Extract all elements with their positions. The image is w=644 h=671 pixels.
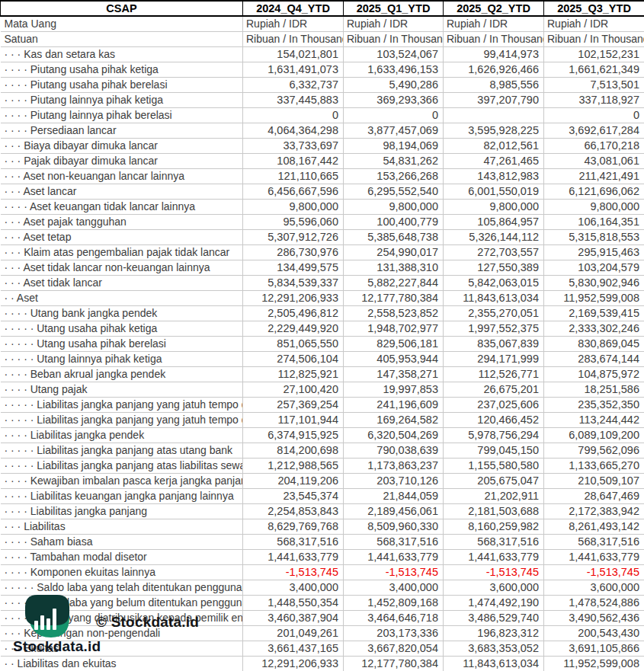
value-cell[interactable]: 1,997,552,375: [444, 321, 544, 337]
row-label[interactable]: Mata Uang: [1, 16, 243, 32]
value-cell[interactable]: 143,812,983: [444, 169, 544, 184]
value-cell[interactable]: -1,513,745: [344, 565, 444, 580]
value-cell[interactable]: 11,843,613,034: [444, 657, 544, 671]
row-label[interactable]: · · · Aset pajak tangguhan: [1, 215, 243, 230]
value-cell[interactable]: Ribuan / In Thousand: [544, 32, 644, 47]
value-cell[interactable]: 201,049,261: [243, 626, 344, 641]
value-cell[interactable]: 254,990,017: [344, 245, 444, 260]
row-label[interactable]: · · · · · Utang usaha pihak berelasi: [1, 337, 243, 352]
value-cell[interactable]: [444, 108, 544, 123]
value-cell[interactable]: 147,358,271: [344, 367, 444, 382]
column-header-2025-q3[interactable]: 2025_Q3_YTD: [544, 1, 644, 16]
row-label[interactable]: · · · · · Liabilitas jangka panjang atas…: [1, 459, 243, 474]
row-label[interactable]: · · · Aset non-keuangan lancar lainnya: [1, 169, 243, 184]
value-cell[interactable]: 3,486,529,740: [444, 611, 544, 626]
row-label[interactable]: · · · · Piutang lainnya pihak berelasi: [1, 108, 243, 123]
row-label[interactable]: · · Liabilitas dan ekuitas: [1, 657, 243, 671]
value-cell[interactable]: 1,661,621,349: [544, 62, 644, 78]
value-cell[interactable]: 835,067,839: [444, 337, 544, 352]
value-cell[interactable]: 8,985,556: [444, 78, 544, 93]
value-cell[interactable]: 8,261,493,142: [544, 519, 644, 535]
value-cell[interactable]: 2,333,302,246: [544, 321, 644, 337]
value-cell[interactable]: 5,978,756,294: [444, 428, 544, 443]
value-cell[interactable]: 11,843,613,034: [444, 291, 544, 306]
value-cell[interactable]: 3,600,000: [544, 580, 644, 596]
value-cell[interactable]: 6,089,109,200: [544, 428, 644, 443]
row-label[interactable]: · · · · · Liabilitas jangka panjang yang…: [1, 413, 243, 428]
value-cell[interactable]: 2,254,853,843: [243, 504, 344, 519]
column-header-2025-q2[interactable]: 2025_Q2_YTD: [444, 1, 544, 16]
value-cell[interactable]: 12,291,206,933: [243, 291, 344, 306]
value-cell[interactable]: 1,626,926,466: [444, 62, 544, 78]
value-cell[interactable]: 2,229,449,920: [243, 321, 344, 337]
value-cell[interactable]: 1,452,809,168: [344, 596, 444, 611]
value-cell[interactable]: 28,647,469: [544, 489, 644, 504]
row-label[interactable]: · · · Aset tidak lancar: [1, 276, 243, 291]
value-cell[interactable]: 814,200,698: [243, 443, 344, 459]
value-cell[interactable]: 6,121,696,062: [544, 184, 644, 200]
value-cell[interactable]: 112,825,921: [243, 367, 344, 382]
row-label[interactable]: · · · · · Utang lainnya pihak ketiga: [1, 352, 243, 367]
value-cell[interactable]: 1,173,863,237: [344, 459, 444, 474]
value-cell[interactable]: Rupiah / IDR: [544, 16, 644, 32]
row-label[interactable]: · · · · Utang pajak: [1, 382, 243, 398]
value-cell[interactable]: Ribuan / In Thousand: [344, 32, 444, 47]
value-cell[interactable]: 54,831,262: [344, 154, 444, 169]
ticker-header-cell[interactable]: CSAP: [1, 1, 243, 16]
value-cell[interactable]: 283,674,144: [544, 352, 644, 367]
value-cell[interactable]: 12,291,206,933: [243, 657, 344, 671]
value-cell[interactable]: 99,414,973: [444, 47, 544, 62]
value-cell[interactable]: 153,266,268: [344, 169, 444, 184]
value-cell[interactable]: 337,445,883: [243, 93, 344, 108]
value-cell[interactable]: 12,177,780,384: [344, 291, 444, 306]
row-label[interactable]: · · · Klaim atas pengembalian pajak tida…: [1, 245, 243, 260]
value-cell[interactable]: 4,064,364,298: [243, 123, 344, 139]
value-cell[interactable]: 205,675,047: [444, 474, 544, 489]
value-cell[interactable]: 799,045,150: [444, 443, 544, 459]
value-cell[interactable]: 112,526,771: [444, 367, 544, 382]
value-cell[interactable]: 3,595,928,225: [444, 123, 544, 139]
value-cell[interactable]: 0: [243, 108, 344, 123]
value-cell[interactable]: 5,834,539,337: [243, 276, 344, 291]
value-cell[interactable]: 95,596,060: [243, 215, 344, 230]
row-label[interactable]: · · · Biaya dibayar dimuka lancar: [1, 139, 243, 154]
value-cell[interactable]: 1,633,496,153: [344, 62, 444, 78]
value-cell[interactable]: 790,038,639: [344, 443, 444, 459]
value-cell[interactable]: 196,823,312: [444, 626, 544, 641]
value-cell[interactable]: 102,152,231: [544, 47, 644, 62]
value-cell[interactable]: 6,456,667,596: [243, 184, 344, 200]
value-cell[interactable]: 405,953,944: [344, 352, 444, 367]
row-label[interactable]: · · · · Liabilitas jangka pendek: [1, 428, 243, 443]
value-cell[interactable]: 2,169,539,415: [544, 306, 644, 321]
value-cell[interactable]: 2,189,456,061: [344, 504, 444, 519]
value-cell[interactable]: 2,172,383,942: [544, 504, 644, 519]
value-cell[interactable]: 5,385,648,738: [344, 230, 444, 245]
row-label[interactable]: · · · Aset tetap: [1, 230, 243, 245]
value-cell[interactable]: 1,474,492,190: [444, 596, 544, 611]
value-cell[interactable]: 286,730,976: [243, 245, 344, 260]
value-cell[interactable]: 98,194,069: [344, 139, 444, 154]
value-cell[interactable]: 169,264,582: [344, 413, 444, 428]
row-label[interactable]: · · · · · Utang usaha pihak ketiga: [1, 321, 243, 337]
value-cell[interactable]: 2,558,523,852: [344, 306, 444, 321]
value-cell[interactable]: 8,629,769,768: [243, 519, 344, 535]
row-label[interactable]: · · · Aset lancar: [1, 184, 243, 200]
value-cell[interactable]: 18,251,586: [544, 382, 644, 398]
value-cell[interactable]: 131,388,310: [344, 260, 444, 276]
row-label[interactable]: · · Aset: [1, 291, 243, 306]
value-cell[interactable]: 8,160,259,982: [444, 519, 544, 535]
value-cell[interactable]: 1,133,665,270: [544, 459, 644, 474]
value-cell[interactable]: 1,212,988,565: [243, 459, 344, 474]
value-cell[interactable]: 47,261,465: [444, 154, 544, 169]
value-cell[interactable]: 5,326,144,112: [444, 230, 544, 245]
value-cell[interactable]: 829,506,181: [344, 337, 444, 352]
value-cell[interactable]: 3,692,617,284: [544, 123, 644, 139]
value-cell[interactable]: 9,800,000: [344, 200, 444, 215]
value-cell[interactable]: 103,524,067: [344, 47, 444, 62]
column-header-2025-q1[interactable]: 2025_Q1_YTD: [344, 1, 444, 16]
column-header-2024-q4[interactable]: 2024_Q4_YTD: [243, 1, 344, 16]
value-cell[interactable]: 1,441,633,779: [344, 550, 444, 565]
value-cell[interactable]: 106,164,351: [544, 215, 644, 230]
value-cell[interactable]: 5,842,063,015: [444, 276, 544, 291]
row-label[interactable]: · · · Aset tidak lancar non-keuangan lai…: [1, 260, 243, 276]
